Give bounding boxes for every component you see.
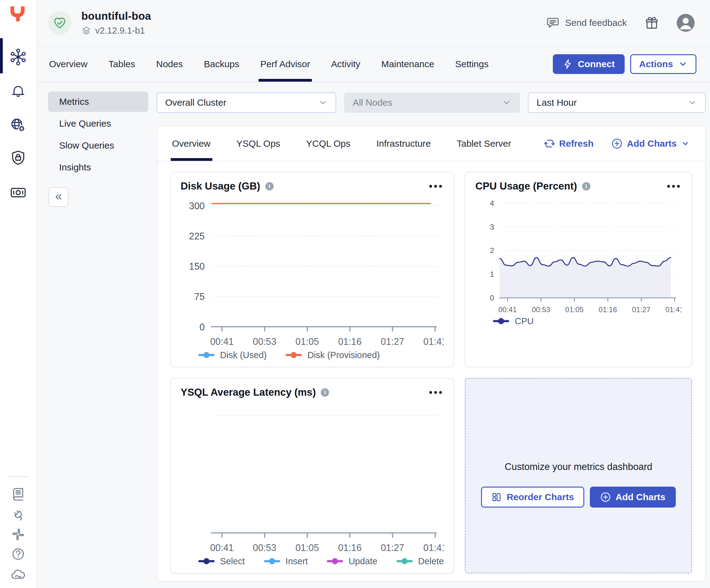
network-settings-icon[interactable]	[0, 117, 37, 134]
svg-text:01:16: 01:16	[338, 336, 361, 347]
yugabyte-logo-icon[interactable]	[9, 5, 26, 24]
svg-text:00:53: 00:53	[253, 336, 276, 347]
gift-icon[interactable]	[643, 16, 661, 30]
svg-text:01:16: 01:16	[338, 542, 361, 553]
svg-text:0: 0	[199, 322, 205, 332]
chart-menu-button[interactable]	[427, 183, 444, 190]
plus-circle-icon	[600, 492, 611, 502]
tab-overview[interactable]: Overview	[48, 46, 89, 82]
docs-book-icon[interactable]	[0, 486, 37, 502]
legend-label: Update	[349, 556, 378, 566]
svg-text:00:41: 00:41	[210, 542, 234, 553]
slack-icon[interactable]	[0, 527, 37, 542]
cluster-scope-select[interactable]: Overall Cluster	[157, 92, 336, 113]
cloud-status-icon[interactable]	[0, 567, 37, 583]
metrics-tab-tablet-server[interactable]: Tablet Server	[455, 126, 513, 161]
metrics-tab-ycql-ops[interactable]: YCQL Ops	[305, 126, 352, 161]
add-charts-primary-button[interactable]: Add Charts	[590, 487, 676, 508]
help-icon[interactable]	[0, 547, 37, 562]
svg-text:225: 225	[189, 231, 205, 241]
legend-item-update[interactable]: Update	[327, 556, 378, 566]
legend-item-delete[interactable]: Delete	[397, 556, 444, 566]
info-icon[interactable]: i	[265, 182, 274, 190]
integrations-plug-icon[interactable]	[0, 507, 37, 522]
info-icon[interactable]: i	[321, 388, 329, 397]
info-icon[interactable]: i	[582, 182, 590, 190]
tab-nodes[interactable]: Nodes	[155, 46, 184, 82]
sidebar-item-slow-queries[interactable]: Slow Queries	[48, 135, 148, 156]
send-feedback-button[interactable]: Send feedback	[544, 16, 629, 30]
main-area: bountiful-boa v2.12.9.1-b1 Send feedback	[37, 0, 710, 588]
billing-icon[interactable]	[0, 184, 37, 201]
metrics-tab-infrastructure[interactable]: Infrastructure	[375, 126, 432, 161]
legend-item-disk-provisioned[interactable]: Disk (Provisioned)	[286, 350, 380, 360]
sidebar-item-metrics[interactable]: Metrics	[48, 92, 148, 112]
sidebar-item-insights[interactable]: Insights	[48, 157, 148, 178]
security-shield-icon[interactable]	[0, 150, 37, 166]
ysql-latency-card: YSQL Average Latency (ms) i 00:4100:5301…	[170, 378, 454, 573]
tab-tables[interactable]: Tables	[108, 46, 136, 82]
legend-label: Disk (Used)	[220, 350, 266, 360]
chart-title: Disk Usage (GB)	[181, 180, 260, 192]
add-charts-button[interactable]: Add Charts	[610, 138, 691, 149]
user-avatar[interactable]	[675, 14, 696, 32]
tab-activity[interactable]: Activity	[330, 46, 361, 82]
ysql-latency-plot: 00:4100:5301:0501:1601:2701:41	[181, 399, 444, 556]
sidebar-item-live-queries[interactable]: Live Queries	[48, 113, 148, 134]
feedback-chat-icon	[546, 16, 560, 30]
cluster-titles: bountiful-boa v2.12.9.1-b1	[81, 10, 151, 36]
cluster-top-buttons: Connect Actions	[553, 54, 696, 74]
svg-text:4: 4	[490, 199, 494, 207]
actions-button[interactable]: Actions	[630, 54, 696, 74]
cpu-usage-card: CPU Usage (Percent) i 0123400:4100:5301:…	[465, 172, 692, 367]
svg-text:00:41: 00:41	[499, 305, 517, 314]
tab-settings[interactable]: Settings	[454, 46, 489, 82]
chevron-down-icon	[318, 98, 328, 107]
svg-text:75: 75	[194, 291, 205, 302]
reorder-grid-icon	[491, 492, 502, 502]
disk-usage-card: Disk Usage (GB) i 07515022530000:4100:53…	[170, 172, 454, 367]
chart-menu-button[interactable]	[665, 183, 682, 190]
metrics-workarea: Overall Cluster All Nodes Last Hour	[157, 82, 706, 588]
svg-text:01:05: 01:05	[566, 305, 584, 314]
metrics-tab-mas[interactable]: Mas	[536, 126, 537, 161]
tab-perf-advisor[interactable]: Perf Advisor	[259, 46, 311, 82]
svg-text:3: 3	[490, 223, 494, 231]
cluster-tabs: OverviewTablesNodesBackupsPerf AdvisorAc…	[48, 46, 490, 82]
refresh-button[interactable]: Refresh	[542, 138, 596, 149]
reorder-charts-button[interactable]: Reorder Charts	[481, 487, 584, 508]
collapse-sidebar-button[interactable]: «	[49, 187, 68, 207]
cluster-header: bountiful-boa v2.12.9.1-b1 Send feedback	[37, 0, 710, 46]
svg-text:01:05: 01:05	[295, 336, 319, 347]
legend-item-insert[interactable]: Insert	[264, 556, 308, 566]
tab-maintenance[interactable]: Maintenance	[380, 46, 435, 82]
metrics-panel: OverviewYSQL OpsYCQL OpsInfrastructureTa…	[157, 125, 706, 582]
time-range-select[interactable]: Last Hour	[528, 92, 706, 113]
clusters-icon[interactable]	[0, 49, 37, 65]
metrics-tabbar: OverviewYSQL OpsYCQL OpsInfrastructureTa…	[157, 126, 705, 162]
collapse-icon: «	[55, 190, 62, 202]
connect-button[interactable]: Connect	[553, 54, 625, 74]
legend-item-select[interactable]: Select	[198, 556, 245, 566]
alerts-bell-icon[interactable]	[0, 82, 37, 99]
legend-marker-icon	[397, 558, 412, 565]
svg-text:00:53: 00:53	[253, 542, 276, 553]
cluster-health-badge	[48, 11, 71, 34]
chevron-down-icon	[678, 60, 687, 69]
legend-item-disk-used[interactable]: Disk (Used)	[198, 350, 266, 360]
chart-legend: Disk (Used)Disk (Provisioned)	[181, 350, 444, 360]
chart-menu-button[interactable]	[427, 389, 444, 396]
subnav-items: MetricsLive QueriesSlow QueriesInsights	[48, 92, 157, 179]
svg-text:01:16: 01:16	[599, 305, 617, 314]
svg-text:01:41: 01:41	[423, 542, 444, 553]
legend-label: Disk (Provisioned)	[307, 350, 380, 360]
metrics-tab-ysql-ops[interactable]: YSQL Ops	[235, 126, 281, 161]
tab-backups[interactable]: Backups	[203, 46, 240, 82]
metrics-tab-overview[interactable]: Overview	[171, 126, 212, 161]
customize-dashboard-panel: Customize your metrics dashboard Reorder…	[465, 378, 692, 573]
svg-text:01:27: 01:27	[381, 542, 404, 553]
header-actions: Send feedback	[544, 14, 696, 32]
svg-text:2: 2	[490, 246, 494, 255]
legend-label: Insert	[286, 556, 308, 566]
legend-item-cpu[interactable]: CPU	[493, 316, 534, 326]
